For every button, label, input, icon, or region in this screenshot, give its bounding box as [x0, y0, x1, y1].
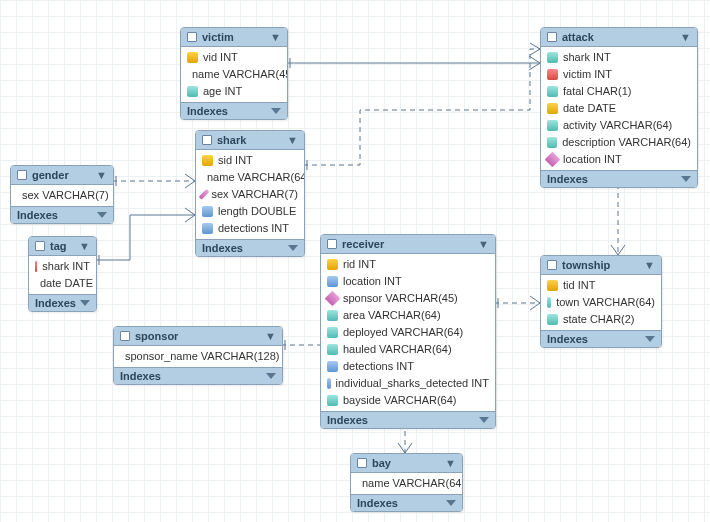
table-header[interactable]: sponsor▼ — [114, 327, 282, 346]
column-icon — [547, 120, 558, 131]
table-icon — [327, 239, 337, 249]
expand-icon — [479, 417, 489, 423]
table-township[interactable]: township▼ tid INT town VARCHAR(64) state… — [540, 255, 662, 348]
expand-icon — [288, 245, 298, 251]
indexes-section[interactable]: Indexes — [541, 170, 697, 187]
chevron-down-icon: ▼ — [79, 240, 90, 252]
expand-icon — [80, 300, 90, 306]
table-icon — [357, 458, 367, 468]
svg-line-3 — [529, 56, 540, 63]
expand-icon — [271, 108, 281, 114]
svg-line-31 — [405, 443, 412, 453]
chevron-down-icon: ▼ — [287, 134, 298, 146]
column: vid INT — [181, 49, 287, 66]
table-victim[interactable]: victim▼ vid INT name VARCHAR(45) age INT… — [180, 27, 288, 120]
table-icon — [202, 135, 212, 145]
column-icon — [547, 314, 558, 325]
svg-line-4 — [529, 63, 540, 70]
fk-icon — [545, 152, 561, 168]
svg-line-8 — [530, 49, 540, 55]
chevron-down-icon: ▼ — [270, 31, 281, 43]
table-gender[interactable]: gender▼ sex VARCHAR(7) Indexes — [10, 165, 114, 224]
key-icon — [547, 103, 558, 114]
indexes-section[interactable]: Indexes — [29, 294, 96, 311]
table-sponsor[interactable]: sponsor▼ sponsor_name VARCHAR(128) Index… — [113, 326, 283, 385]
table-header[interactable]: bay▼ — [351, 454, 462, 473]
column-icon — [187, 86, 198, 97]
column-icon — [202, 206, 213, 217]
columns: vid INT name VARCHAR(45) age INT — [181, 47, 287, 102]
table-title: shark — [217, 134, 246, 146]
indexes-section[interactable]: Indexes — [181, 102, 287, 119]
table-receiver[interactable]: receiver▼ rid INT location INT sponsor V… — [320, 234, 496, 429]
chevron-down-icon: ▼ — [478, 238, 489, 250]
erd-canvas[interactable]: victim▼ vid INT name VARCHAR(45) age INT… — [0, 0, 710, 522]
expand-icon — [681, 176, 691, 182]
expand-icon — [645, 336, 655, 342]
column-icon — [327, 378, 331, 389]
column-icon — [547, 86, 558, 97]
column-icon — [327, 361, 338, 372]
table-bay[interactable]: bay▼ name VARCHAR(64) Indexes — [350, 453, 463, 512]
indexes-section[interactable]: Indexes — [541, 330, 661, 347]
key-icon — [202, 155, 213, 166]
fk-icon — [199, 189, 210, 200]
svg-line-18 — [185, 208, 195, 215]
svg-line-11 — [185, 174, 195, 181]
svg-line-27 — [618, 245, 625, 255]
table-title: receiver — [342, 238, 384, 250]
indexes-section[interactable]: Indexes — [196, 239, 304, 256]
table-title: tag — [50, 240, 67, 252]
table-header[interactable]: tag▼ — [29, 237, 96, 256]
table-icon — [187, 32, 197, 42]
table-header[interactable]: gender▼ — [11, 166, 113, 185]
table-header[interactable]: attack▼ — [541, 28, 697, 47]
table-icon — [547, 260, 557, 270]
table-tag[interactable]: tag▼ shark INT date DATE Indexes — [28, 236, 97, 312]
table-title: sponsor — [135, 330, 178, 342]
table-icon — [17, 170, 27, 180]
table-title: victim — [202, 31, 234, 43]
table-header[interactable]: receiver▼ — [321, 235, 495, 254]
table-header[interactable]: shark▼ — [196, 131, 304, 150]
key-icon — [327, 259, 338, 270]
chevron-down-icon: ▼ — [265, 330, 276, 342]
table-icon — [547, 32, 557, 42]
column-icon — [327, 344, 338, 355]
column-icon — [327, 276, 338, 287]
column: name VARCHAR(45) — [181, 66, 287, 83]
table-title: bay — [372, 457, 391, 469]
table-title: attack — [562, 31, 594, 43]
svg-line-7 — [530, 43, 540, 49]
column-icon — [327, 327, 338, 338]
table-header[interactable]: victim▼ — [181, 28, 287, 47]
key-icon — [547, 69, 558, 80]
table-header[interactable]: township▼ — [541, 256, 661, 275]
expand-icon — [266, 373, 276, 379]
svg-line-22 — [530, 296, 540, 303]
svg-line-30 — [398, 443, 405, 453]
chevron-down-icon: ▼ — [680, 31, 691, 43]
svg-line-12 — [185, 181, 195, 188]
column-icon — [202, 223, 213, 234]
indexes-section[interactable]: Indexes — [351, 494, 462, 511]
indexes-section[interactable]: Indexes — [114, 367, 282, 384]
svg-line-26 — [611, 245, 618, 255]
expand-icon — [97, 212, 107, 218]
indexes-section[interactable]: Indexes — [11, 206, 113, 223]
fk-icon — [325, 291, 341, 307]
table-icon — [35, 241, 45, 251]
key-icon — [547, 280, 558, 291]
table-attack[interactable]: attack▼ shark INT victim INT fatal CHAR(… — [540, 27, 698, 188]
key-icon — [187, 52, 198, 63]
chevron-down-icon: ▼ — [644, 259, 655, 271]
column-icon — [327, 395, 338, 406]
table-shark[interactable]: shark▼ sid INT name VARCHAR(64) sex VARC… — [195, 130, 305, 257]
column: age INT — [181, 83, 287, 100]
column-icon — [547, 52, 558, 63]
indexes-section[interactable]: Indexes — [321, 411, 495, 428]
expand-icon — [446, 500, 456, 506]
table-title: gender — [32, 169, 69, 181]
chevron-down-icon: ▼ — [445, 457, 456, 469]
chevron-down-icon: ▼ — [96, 169, 107, 181]
